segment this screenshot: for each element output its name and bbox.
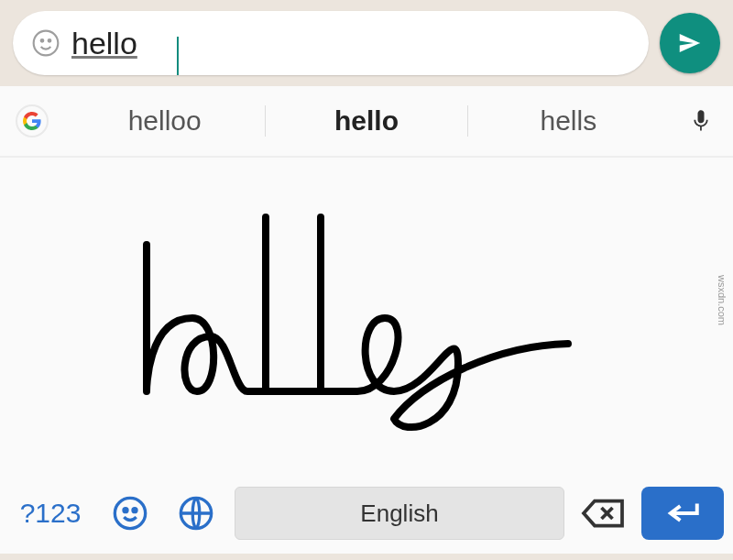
suggestion-bar: helloo hello hells [0, 86, 733, 158]
backspace-key[interactable] [575, 490, 630, 536]
suggestion-item[interactable]: hells [467, 105, 669, 137]
handwriting-canvas[interactable] [0, 158, 733, 478]
send-button[interactable] [660, 13, 720, 73]
svg-point-0 [34, 31, 59, 56]
google-button[interactable] [0, 104, 64, 137]
mic-button[interactable] [669, 104, 733, 138]
emoji-icon[interactable] [29, 27, 62, 60]
svg-point-3 [115, 498, 145, 528]
message-input-container[interactable] [13, 11, 649, 75]
symbols-key[interactable]: ?123 [9, 498, 92, 529]
suggestion-item-selected[interactable]: hello [265, 105, 466, 137]
emoji-key[interactable] [103, 490, 158, 536]
suggestions-list: helloo hello hells [64, 105, 669, 137]
google-icon [16, 104, 49, 137]
space-key[interactable]: English [235, 487, 564, 540]
suggestion-item[interactable]: helloo [64, 105, 265, 137]
svg-point-1 [41, 39, 44, 42]
handwriting-stroke [110, 199, 623, 437]
enter-key[interactable] [641, 487, 724, 540]
svg-point-5 [133, 509, 137, 512]
keyboard-panel: helloo hello hells ?123 English [0, 86, 733, 554]
message-input[interactable] [62, 26, 632, 61]
svg-point-4 [124, 509, 127, 512]
keyboard-bottom-row: ?123 English [0, 478, 733, 554]
chat-input-bar [0, 0, 733, 86]
text-cursor [177, 37, 179, 75]
globe-key[interactable] [169, 490, 224, 536]
svg-point-2 [49, 39, 51, 42]
watermark: wsxdn.com [717, 275, 728, 325]
